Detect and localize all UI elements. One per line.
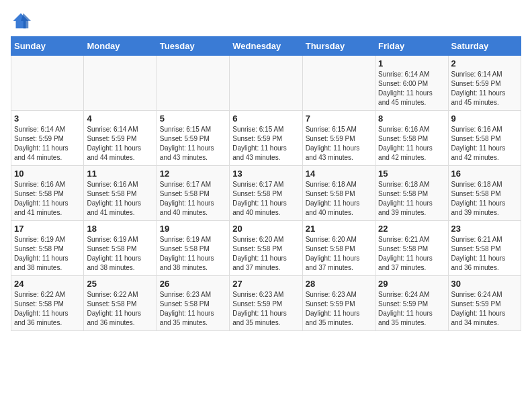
day-number: 10 (14, 169, 81, 179)
day-number: 4 (87, 113, 153, 124)
day-number: 9 (451, 113, 518, 124)
weekday-header-row: SundayMondayTuesdayWednesdayThursdayFrid… (11, 37, 521, 56)
day-info: Sunrise: 6:23 AM Sunset: 5:59 PM Dayligh… (306, 290, 372, 328)
calendar-cell: 17Sunrise: 6:19 AM Sunset: 5:58 PM Dayli… (11, 221, 84, 276)
calendar-cell: 27Sunrise: 6:23 AM Sunset: 5:59 PM Dayli… (230, 276, 302, 331)
calendar-cell: 26Sunrise: 6:23 AM Sunset: 5:58 PM Dayli… (157, 276, 229, 331)
day-info: Sunrise: 6:18 AM Sunset: 5:58 PM Dayligh… (451, 180, 518, 218)
day-number: 20 (232, 224, 299, 234)
logo (11, 11, 34, 31)
day-info: Sunrise: 6:15 AM Sunset: 5:59 PM Dayligh… (232, 125, 299, 163)
header (11, 11, 521, 31)
calendar-cell: 2Sunrise: 6:14 AM Sunset: 5:59 PM Daylig… (448, 56, 521, 111)
calendar-cell (302, 56, 375, 111)
calendar-cell: 20Sunrise: 6:20 AM Sunset: 5:58 PM Dayli… (230, 221, 302, 276)
calendar-header: SundayMondayTuesdayWednesdayThursdayFrid… (11, 37, 521, 56)
day-info: Sunrise: 6:16 AM Sunset: 5:58 PM Dayligh… (14, 180, 81, 218)
day-info: Sunrise: 6:15 AM Sunset: 5:59 PM Dayligh… (160, 125, 226, 163)
day-info: Sunrise: 6:17 AM Sunset: 5:58 PM Dayligh… (232, 180, 299, 218)
day-info: Sunrise: 6:16 AM Sunset: 5:58 PM Dayligh… (451, 125, 518, 163)
day-number: 19 (160, 224, 226, 234)
day-number: 16 (451, 169, 518, 179)
day-number: 14 (306, 169, 372, 179)
day-info: Sunrise: 6:15 AM Sunset: 5:59 PM Dayligh… (306, 125, 372, 163)
day-info: Sunrise: 6:17 AM Sunset: 5:58 PM Dayligh… (160, 180, 226, 218)
day-number: 27 (232, 279, 299, 289)
day-info: Sunrise: 6:21 AM Sunset: 5:58 PM Dayligh… (451, 235, 518, 273)
logo-icon (11, 11, 31, 31)
calendar-cell (11, 56, 84, 111)
calendar-cell: 28Sunrise: 6:23 AM Sunset: 5:59 PM Dayli… (302, 276, 375, 331)
day-info: Sunrise: 6:20 AM Sunset: 5:58 PM Dayligh… (306, 235, 372, 273)
day-number: 21 (306, 224, 372, 234)
calendar-cell: 5Sunrise: 6:15 AM Sunset: 5:59 PM Daylig… (157, 111, 229, 166)
calendar-cell (84, 56, 157, 111)
day-info: Sunrise: 6:19 AM Sunset: 5:58 PM Dayligh… (160, 235, 226, 273)
day-number: 22 (378, 224, 445, 234)
day-info: Sunrise: 6:18 AM Sunset: 5:58 PM Dayligh… (378, 180, 445, 218)
day-info: Sunrise: 6:23 AM Sunset: 5:59 PM Dayligh… (232, 290, 299, 328)
day-number: 28 (306, 279, 372, 289)
calendar-cell: 18Sunrise: 6:19 AM Sunset: 5:58 PM Dayli… (84, 221, 157, 276)
calendar-cell: 3Sunrise: 6:14 AM Sunset: 5:59 PM Daylig… (11, 111, 84, 166)
weekday-header-sunday: Sunday (11, 37, 84, 56)
calendar-cell: 7Sunrise: 6:15 AM Sunset: 5:59 PM Daylig… (302, 111, 375, 166)
day-info: Sunrise: 6:24 AM Sunset: 5:59 PM Dayligh… (451, 290, 518, 328)
calendar-cell: 15Sunrise: 6:18 AM Sunset: 5:58 PM Dayli… (375, 166, 448, 221)
day-number: 11 (87, 169, 153, 179)
calendar-week-row: 17Sunrise: 6:19 AM Sunset: 5:58 PM Dayli… (11, 221, 521, 276)
calendar-cell: 22Sunrise: 6:21 AM Sunset: 5:58 PM Dayli… (375, 221, 448, 276)
calendar-cell: 25Sunrise: 6:22 AM Sunset: 5:58 PM Dayli… (84, 276, 157, 331)
calendar-week-row: 10Sunrise: 6:16 AM Sunset: 5:58 PM Dayli… (11, 166, 521, 221)
day-info: Sunrise: 6:24 AM Sunset: 5:59 PM Dayligh… (378, 290, 445, 328)
calendar-week-row: 24Sunrise: 6:22 AM Sunset: 5:58 PM Dayli… (11, 276, 521, 331)
day-info: Sunrise: 6:23 AM Sunset: 5:58 PM Dayligh… (160, 290, 226, 328)
day-number: 1 (378, 58, 445, 68)
calendar-cell: 16Sunrise: 6:18 AM Sunset: 5:58 PM Dayli… (448, 166, 521, 221)
day-number: 24 (14, 279, 81, 289)
day-info: Sunrise: 6:21 AM Sunset: 5:58 PM Dayligh… (378, 235, 445, 273)
day-info: Sunrise: 6:14 AM Sunset: 5:59 PM Dayligh… (451, 70, 518, 107)
calendar-cell: 29Sunrise: 6:24 AM Sunset: 5:59 PM Dayli… (375, 276, 448, 331)
day-info: Sunrise: 6:20 AM Sunset: 5:58 PM Dayligh… (232, 235, 299, 273)
weekday-header-saturday: Saturday (448, 37, 521, 56)
day-info: Sunrise: 6:22 AM Sunset: 5:58 PM Dayligh… (14, 290, 81, 328)
day-number: 23 (451, 224, 518, 234)
day-number: 7 (306, 113, 372, 124)
calendar-cell: 1Sunrise: 6:14 AM Sunset: 6:00 PM Daylig… (375, 56, 448, 111)
day-number: 3 (14, 113, 81, 124)
day-info: Sunrise: 6:14 AM Sunset: 5:59 PM Dayligh… (14, 125, 81, 163)
calendar-cell (157, 56, 229, 111)
day-number: 30 (451, 279, 518, 289)
day-info: Sunrise: 6:22 AM Sunset: 5:58 PM Dayligh… (87, 290, 153, 328)
calendar-cell: 12Sunrise: 6:17 AM Sunset: 5:58 PM Dayli… (157, 166, 229, 221)
day-number: 2 (451, 58, 518, 68)
calendar-cell: 9Sunrise: 6:16 AM Sunset: 5:58 PM Daylig… (448, 111, 521, 166)
calendar-cell: 14Sunrise: 6:18 AM Sunset: 5:58 PM Dayli… (302, 166, 375, 221)
day-number: 17 (14, 224, 81, 234)
calendar-cell: 4Sunrise: 6:14 AM Sunset: 5:59 PM Daylig… (84, 111, 157, 166)
calendar-week-row: 1Sunrise: 6:14 AM Sunset: 6:00 PM Daylig… (11, 56, 521, 111)
day-info: Sunrise: 6:14 AM Sunset: 6:00 PM Dayligh… (378, 70, 445, 107)
calendar-cell: 6Sunrise: 6:15 AM Sunset: 5:59 PM Daylig… (230, 111, 302, 166)
calendar-cell (230, 56, 302, 111)
day-number: 29 (378, 279, 445, 289)
calendar-cell: 19Sunrise: 6:19 AM Sunset: 5:58 PM Dayli… (157, 221, 229, 276)
day-number: 12 (160, 169, 226, 179)
day-number: 18 (87, 224, 153, 234)
day-number: 5 (160, 113, 226, 124)
day-info: Sunrise: 6:18 AM Sunset: 5:58 PM Dayligh… (306, 180, 372, 218)
weekday-header-wednesday: Wednesday (230, 37, 302, 56)
weekday-header-tuesday: Tuesday (157, 37, 229, 56)
calendar-cell: 30Sunrise: 6:24 AM Sunset: 5:59 PM Dayli… (448, 276, 521, 331)
calendar-cell: 24Sunrise: 6:22 AM Sunset: 5:58 PM Dayli… (11, 276, 84, 331)
day-info: Sunrise: 6:19 AM Sunset: 5:58 PM Dayligh… (87, 235, 153, 273)
calendar-cell: 10Sunrise: 6:16 AM Sunset: 5:58 PM Dayli… (11, 166, 84, 221)
weekday-header-friday: Friday (375, 37, 448, 56)
day-number: 8 (378, 113, 445, 124)
day-number: 15 (378, 169, 445, 179)
weekday-header-monday: Monday (84, 37, 157, 56)
calendar-cell: 13Sunrise: 6:17 AM Sunset: 5:58 PM Dayli… (230, 166, 302, 221)
day-info: Sunrise: 6:14 AM Sunset: 5:59 PM Dayligh… (87, 125, 153, 163)
day-number: 6 (232, 113, 299, 124)
